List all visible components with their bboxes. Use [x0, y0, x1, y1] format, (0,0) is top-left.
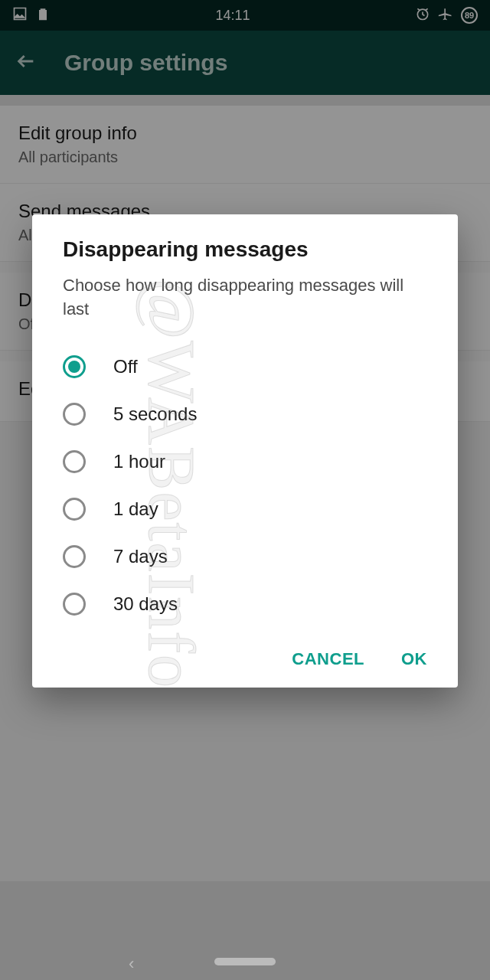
system-nav-bar: ‹ — [0, 943, 490, 980]
radio-option[interactable]: 30 days — [32, 580, 458, 628]
radio-label: 5 seconds — [113, 403, 197, 425]
dialog-subtitle: Choose how long disappearing messages wi… — [32, 274, 458, 322]
radio-label: 7 days — [113, 546, 168, 567]
disappearing-messages-dialog: Disappearing messages Choose how long di… — [32, 214, 458, 688]
radio-label: 1 hour — [113, 451, 165, 472]
radio-icon — [63, 593, 86, 616]
radio-option[interactable]: 1 day — [32, 485, 458, 533]
radio-icon — [63, 498, 86, 521]
nav-home-pill[interactable] — [214, 958, 276, 965]
dialog-title: Disappearing messages — [32, 237, 458, 262]
radio-option[interactable]: Off — [32, 343, 458, 390]
nav-back-icon[interactable]: ‹ — [129, 954, 134, 974]
radio-label: 1 day — [113, 498, 158, 520]
radio-icon — [63, 355, 86, 378]
radio-label: 30 days — [113, 593, 178, 615]
dialog-actions: CANCEL OK — [32, 628, 458, 677]
radio-option[interactable]: 1 hour — [32, 438, 458, 485]
radio-list: Off5 seconds1 hour1 day7 days30 days — [32, 343, 458, 628]
radio-option[interactable]: 7 days — [32, 533, 458, 580]
radio-option[interactable]: 5 seconds — [32, 390, 458, 438]
cancel-button[interactable]: CANCEL — [292, 649, 364, 669]
ok-button[interactable]: OK — [401, 649, 427, 669]
radio-icon — [63, 450, 86, 473]
radio-icon — [63, 403, 86, 426]
radio-label: Off — [113, 356, 138, 377]
radio-icon — [63, 545, 86, 568]
